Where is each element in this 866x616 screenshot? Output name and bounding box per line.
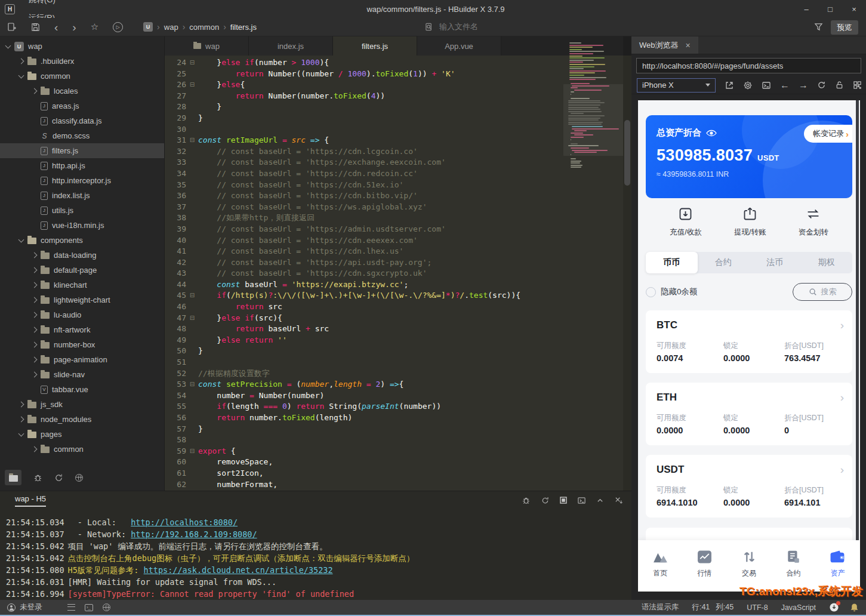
- nav-forward-icon[interactable]: →: [799, 81, 808, 90]
- line-number[interactable]: 39: [165, 224, 186, 235]
- back-icon[interactable]: ‹: [54, 21, 58, 33]
- line-number[interactable]: 61: [165, 468, 186, 479]
- stop-icon[interactable]: [560, 497, 567, 504]
- editor-tab-App.vue[interactable]: App.vue: [417, 36, 501, 56]
- editor-tab-filters.js[interactable]: filters.js: [333, 36, 417, 56]
- line-number[interactable]: 59: [165, 446, 186, 457]
- line-number[interactable]: 45: [165, 290, 186, 301]
- tree-item-lightweight-chart[interactable]: lightweight-chart: [0, 292, 164, 307]
- log-link[interactable]: http://localhost:8080/: [131, 516, 238, 528]
- tree-item-index.list.js[interactable]: Jindex.list.js: [0, 188, 164, 203]
- tree-item-demo.scss[interactable]: Sdemo.scss: [0, 128, 164, 143]
- run-icon[interactable]: ▷: [113, 22, 123, 32]
- status-item-0[interactable]: 语法提示库: [642, 602, 679, 612]
- line-number[interactable]: 37: [165, 202, 186, 213]
- breadcrumb-item-wap[interactable]: wap: [164, 23, 178, 32]
- editor-tab-wap[interactable]: wap: [165, 36, 249, 56]
- code-area[interactable]: 24⊟ }else if(number > 1000){25 return Nu…: [165, 56, 631, 491]
- coin-card-USDT[interactable]: USDT›可用额度6914.1010锁定0.0000折合[USDT]6914.1…: [646, 455, 852, 518]
- tree-item-slide-nav[interactable]: slide-nav: [0, 367, 164, 382]
- fold-marker-icon[interactable]: ⊟: [186, 313, 198, 324]
- line-number[interactable]: 52: [165, 368, 186, 380]
- fold-marker-icon[interactable]: ⊟: [186, 446, 198, 457]
- preview-button[interactable]: 预览: [831, 20, 858, 35]
- market-tab-法币[interactable]: 法币: [749, 252, 801, 273]
- globe-icon[interactable]: [103, 603, 110, 611]
- eye-icon[interactable]: [706, 130, 717, 137]
- tree-item-.hbuilderx[interactable]: .hbuilderx: [0, 54, 164, 69]
- line-number[interactable]: 43: [165, 268, 186, 279]
- tree-item-vue-i18n.min.js[interactable]: Jvue-i18n.min.js: [0, 218, 164, 233]
- line-number[interactable]: 60: [165, 457, 186, 468]
- tree-item-common[interactable]: common: [0, 69, 164, 84]
- browser-tab[interactable]: Web浏览器 ×: [631, 36, 698, 54]
- terminal-icon[interactable]: ›_: [85, 604, 93, 611]
- new-file-icon[interactable]: [7, 22, 17, 32]
- tree-item-http.interceptor.js[interactable]: Jhttp.interceptor.js: [0, 173, 164, 188]
- file-search-input[interactable]: 输入文件名: [425, 18, 478, 36]
- debug-view-icon[interactable]: [33, 473, 42, 482]
- line-number[interactable]: 42: [165, 257, 186, 269]
- editor-scrollbar[interactable]: [623, 36, 631, 491]
- line-number[interactable]: 58: [165, 435, 186, 446]
- tree-item-filters.js[interactable]: Jfilters.js: [0, 143, 164, 158]
- line-number[interactable]: 27: [165, 91, 186, 102]
- tree-item-data-loading[interactable]: data-loading: [0, 248, 164, 263]
- line-number[interactable]: 28: [165, 101, 186, 113]
- task-list-icon[interactable]: [67, 604, 75, 611]
- fold-marker-icon[interactable]: ⊟: [186, 135, 198, 146]
- menu-跳转(G)[interactable]: 跳转(G): [22, 0, 62, 9]
- line-number[interactable]: 29: [165, 113, 186, 124]
- line-number[interactable]: 46: [165, 301, 186, 313]
- breadcrumb-item-common[interactable]: common: [189, 23, 219, 32]
- line-number[interactable]: 31: [165, 135, 186, 146]
- nav-item-首页[interactable]: 首页: [638, 540, 682, 592]
- withdraw-button[interactable]: 提现/转账: [734, 206, 766, 238]
- line-number[interactable]: 26: [165, 79, 186, 91]
- line-number[interactable]: 57: [165, 424, 186, 435]
- line-number[interactable]: 38: [165, 212, 186, 224]
- tree-item-classify.data.js[interactable]: Jclassify.data.js: [0, 113, 164, 128]
- line-number[interactable]: 62: [165, 479, 186, 491]
- tree-item-common[interactable]: common: [0, 442, 164, 457]
- tree-item-number-box[interactable]: number-box: [0, 337, 164, 352]
- fold-marker-icon[interactable]: ⊟: [186, 79, 198, 91]
- coin-card-ETH[interactable]: ETH›可用额度0.0000锁定0.0000折合[USDT]0: [646, 383, 852, 445]
- phone-scrollbar[interactable]: [856, 100, 859, 540]
- bookmark-icon[interactable]: ☆: [91, 21, 98, 32]
- close-button[interactable]: ×: [842, 0, 866, 18]
- maximize-button[interactable]: □: [818, 0, 842, 18]
- line-number[interactable]: 55: [165, 401, 186, 412]
- nav-item-行情[interactable]: 行情: [682, 540, 726, 592]
- tree-item-js_sdk[interactable]: js_sdk: [0, 397, 164, 412]
- line-number[interactable]: 56: [165, 412, 186, 424]
- browser-view-icon[interactable]: [75, 474, 83, 482]
- tree-item-http.api.js[interactable]: Jhttp.api.js: [0, 158, 164, 173]
- status-item-3[interactable]: UTF-8: [747, 603, 768, 612]
- market-tab-合约[interactable]: 合约: [698, 252, 750, 273]
- editor-tab-index.js[interactable]: index.js: [249, 36, 333, 56]
- tree-item-components[interactable]: components: [0, 233, 164, 248]
- log-link[interactable]: http://192.168.2.109:8080/: [131, 528, 257, 540]
- qr-code-icon[interactable]: [853, 81, 862, 90]
- tree-item-default-page[interactable]: default-page: [0, 263, 164, 278]
- line-number[interactable]: 36: [165, 190, 186, 202]
- tree-item-klinechart[interactable]: klinechart: [0, 278, 164, 292]
- line-number[interactable]: 44: [165, 279, 186, 291]
- tree-item-node_modules[interactable]: node_modules: [0, 412, 164, 427]
- hide-zero-toggle[interactable]: 隐藏0余额: [646, 287, 698, 297]
- status-item-1[interactable]: 行:41: [692, 602, 710, 612]
- line-number[interactable]: 49: [165, 335, 186, 346]
- breadcrumb-item-filters[interactable]: filters.js: [230, 23, 257, 32]
- line-number[interactable]: 53: [165, 379, 186, 390]
- open-external-icon[interactable]: [725, 81, 734, 90]
- line-number[interactable]: 50: [165, 346, 186, 357]
- line-number[interactable]: 25: [165, 69, 186, 80]
- minimize-button[interactable]: –: [794, 0, 818, 18]
- market-tab-期权[interactable]: 期权: [801, 252, 853, 273]
- detach-console-icon[interactable]: [577, 496, 586, 505]
- coin-search-input[interactable]: 搜索: [793, 283, 852, 301]
- line-number[interactable]: 47: [165, 313, 186, 324]
- explorer-view-icon[interactable]: [5, 470, 21, 485]
- account-records-button[interactable]: 帐变记录 ›: [804, 125, 852, 143]
